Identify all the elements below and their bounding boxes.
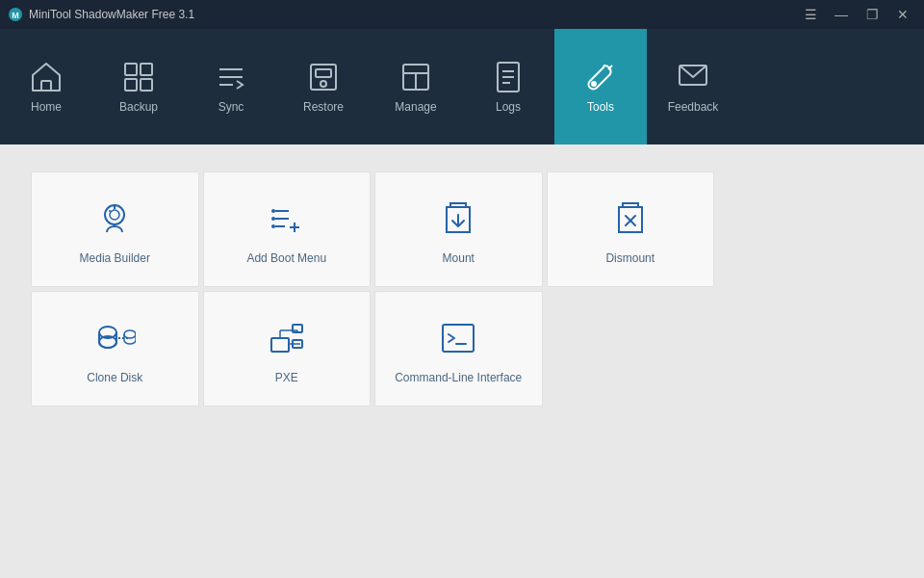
nav-item-logs[interactable]: Logs xyxy=(462,29,554,144)
sync-icon xyxy=(214,60,248,94)
svg-rect-45 xyxy=(443,325,474,352)
minimize-button[interactable]: — xyxy=(828,5,855,24)
svg-rect-5 xyxy=(125,79,137,91)
pxe-icon xyxy=(266,317,308,359)
tool-media-builder-label: Media Builder xyxy=(80,251,150,265)
tool-add-boot-menu-label: Add Boot Menu xyxy=(246,251,326,265)
svg-point-9 xyxy=(321,81,326,87)
mount-icon xyxy=(437,197,479,240)
titlebar: M MiniTool ShadowMaker Free 3.1 ☰ — ❐ ✕ xyxy=(0,0,924,29)
nav-label-tools: Tools xyxy=(587,100,614,114)
tool-pxe[interactable]: PXE xyxy=(203,291,372,407)
tools-grid: Media Builder Add Boot Menu M xyxy=(31,171,714,407)
nav-label-backup: Backup xyxy=(119,100,158,114)
navbar: Home Backup Sync Restore xyxy=(0,29,924,144)
svg-rect-38 xyxy=(271,338,289,352)
nav-item-tools[interactable]: Tools xyxy=(554,29,647,144)
tool-mount[interactable]: Mount xyxy=(374,171,543,287)
nav-item-manage[interactable]: Manage xyxy=(370,29,462,144)
cli-icon xyxy=(437,317,479,359)
svg-rect-2 xyxy=(41,81,51,91)
nav-label-sync: Sync xyxy=(218,100,244,114)
nav-item-backup[interactable]: Backup xyxy=(92,29,185,144)
nav-item-feedback[interactable]: Feedback xyxy=(647,29,739,144)
svg-point-37 xyxy=(124,330,136,338)
nav-item-restore[interactable]: Restore xyxy=(277,29,370,144)
svg-rect-3 xyxy=(125,64,137,75)
restore-icon xyxy=(306,60,341,94)
titlebar-controls: ☰ — ❐ ✕ xyxy=(797,5,916,24)
nav-label-logs: Logs xyxy=(496,100,521,114)
svg-point-29 xyxy=(271,224,275,228)
add-boot-menu-icon xyxy=(266,197,308,240)
tool-add-boot-menu[interactable]: Add Boot Menu xyxy=(203,171,372,287)
tool-clone-disk-label: Clone Disk xyxy=(87,371,142,384)
content-area: Media Builder Add Boot Menu M xyxy=(0,144,924,578)
backup-icon xyxy=(121,60,156,94)
nav-label-feedback: Feedback xyxy=(668,100,719,114)
titlebar-left: M MiniTool ShadowMaker Free 3.1 xyxy=(8,7,194,22)
svg-point-23 xyxy=(109,210,111,212)
svg-rect-6 xyxy=(141,79,152,91)
tool-clone-disk[interactable]: Clone Disk xyxy=(31,291,199,407)
svg-point-17 xyxy=(592,82,596,86)
dismount-icon xyxy=(609,197,652,240)
manage-icon xyxy=(398,60,433,94)
tool-mount-label: Mount xyxy=(443,251,475,265)
tool-dismount[interactable]: Dismount xyxy=(547,171,715,287)
nav-item-sync[interactable]: Sync xyxy=(185,29,277,144)
feedback-icon xyxy=(676,60,710,94)
tool-media-builder[interactable]: Media Builder xyxy=(31,171,199,287)
nav-item-home[interactable]: Home xyxy=(0,29,92,144)
svg-text:M: M xyxy=(12,11,19,20)
close-button[interactable]: ✕ xyxy=(889,5,916,24)
tool-dismount-label: Dismount xyxy=(605,251,654,265)
logs-icon xyxy=(491,60,526,94)
nav-label-restore: Restore xyxy=(303,100,344,114)
svg-rect-8 xyxy=(316,69,331,77)
menu-button[interactable]: ☰ xyxy=(797,5,824,24)
tools-icon xyxy=(583,60,618,94)
home-icon xyxy=(29,60,64,94)
app-logo-icon: M xyxy=(8,7,23,22)
nav-label-home: Home xyxy=(31,100,62,114)
tool-cli[interactable]: Command-Line Interface xyxy=(374,291,543,407)
svg-point-27 xyxy=(271,217,275,221)
svg-rect-4 xyxy=(141,64,152,75)
svg-point-25 xyxy=(271,209,275,213)
restore-button[interactable]: ❐ xyxy=(859,5,886,24)
clone-disk-icon xyxy=(93,317,136,359)
svg-point-20 xyxy=(110,210,119,220)
app-title: MiniTool ShadowMaker Free 3.1 xyxy=(29,8,194,21)
tool-pxe-label: PXE xyxy=(275,371,298,384)
tool-cli-label: Command-Line Interface xyxy=(395,371,522,384)
nav-label-manage: Manage xyxy=(395,100,436,114)
media-builder-icon xyxy=(93,197,136,240)
